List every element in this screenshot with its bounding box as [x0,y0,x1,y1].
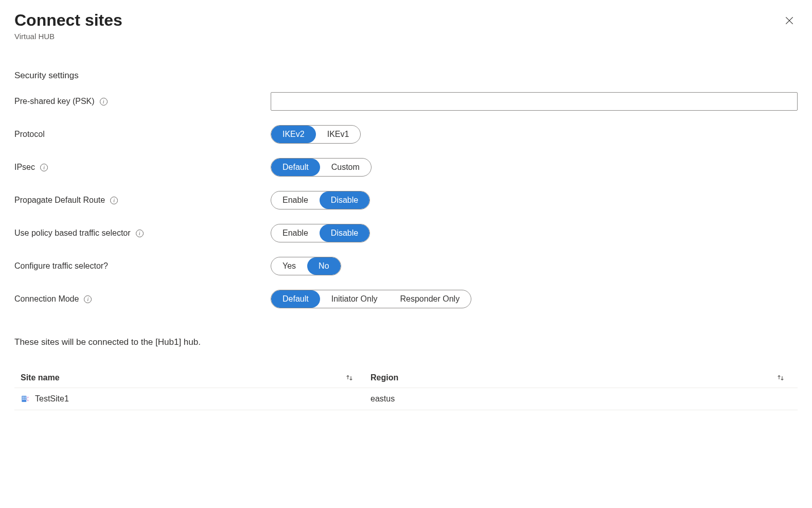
region-cell: eastus [370,394,791,404]
propagate-disable[interactable]: Disable [320,191,369,209]
policy-enable[interactable]: Enable [271,224,320,242]
ipsec-default[interactable]: Default [271,159,320,176]
header-region[interactable]: Region [370,373,398,382]
info-icon[interactable]: i [40,164,48,171]
info-icon[interactable]: i [100,98,108,106]
svg-line-9 [26,397,28,399]
configure-yes[interactable]: Yes [271,257,307,275]
info-icon[interactable]: i [110,197,118,204]
configure-no[interactable]: No [307,257,340,275]
page-subtitle: Virtual HUB [14,32,122,41]
ipsec-toggle: Default Custom [271,158,372,177]
propagate-toggle: Enable Disable [271,191,370,209]
close-button[interactable] [781,12,798,30]
protocol-ikev2[interactable]: IKEv2 [271,126,316,143]
site-icon [21,394,30,404]
page-title: Connect sites [14,10,122,30]
connmode-responder[interactable]: Responder Only [389,290,471,308]
label-connmode: Connection Mode [14,294,79,304]
label-ipsec: IPsec [14,163,35,172]
label-protocol: Protocol [14,130,45,139]
connmode-initiator[interactable]: Initiator Only [320,290,389,308]
sort-icon[interactable] [776,373,785,382]
psk-input[interactable] [271,92,798,111]
svg-rect-2 [22,396,26,402]
info-icon[interactable]: i [84,295,92,303]
connmode-toggle: Default Initiator Only Responder Only [271,290,471,308]
policy-disable[interactable]: Disable [320,224,369,242]
protocol-ikev1[interactable]: IKEv1 [316,126,361,143]
configure-toggle: Yes No [271,257,341,275]
label-psk: Pre-shared key (PSK) [14,97,95,106]
protocol-toggle: IKEv2 IKEv1 [271,125,361,144]
table-header: Site name Region [14,368,798,388]
label-configure: Configure traffic selector? [14,261,108,271]
close-icon [784,15,795,26]
svg-rect-6 [25,399,26,400]
svg-line-10 [26,399,28,400]
table-row[interactable]: TestSite1 eastus [14,388,798,410]
section-security-settings: Security settings [14,71,798,81]
ipsec-custom[interactable]: Custom [320,159,371,176]
site-name-cell: TestSite1 [35,394,69,404]
svg-rect-3 [23,397,24,398]
propagate-enable[interactable]: Enable [271,191,320,209]
svg-rect-4 [25,397,26,398]
header-site-name[interactable]: Site name [21,373,60,382]
label-propagate: Propagate Default Route [14,196,105,205]
connmode-default[interactable]: Default [271,290,320,308]
svg-rect-5 [23,399,24,400]
label-policy: Use policy based traffic selector [14,229,131,238]
connect-hub-text: These sites will be connected to the [Hu… [14,337,798,347]
policy-toggle: Enable Disable [271,224,370,242]
sort-icon[interactable] [345,373,354,382]
info-icon[interactable]: i [136,230,144,237]
